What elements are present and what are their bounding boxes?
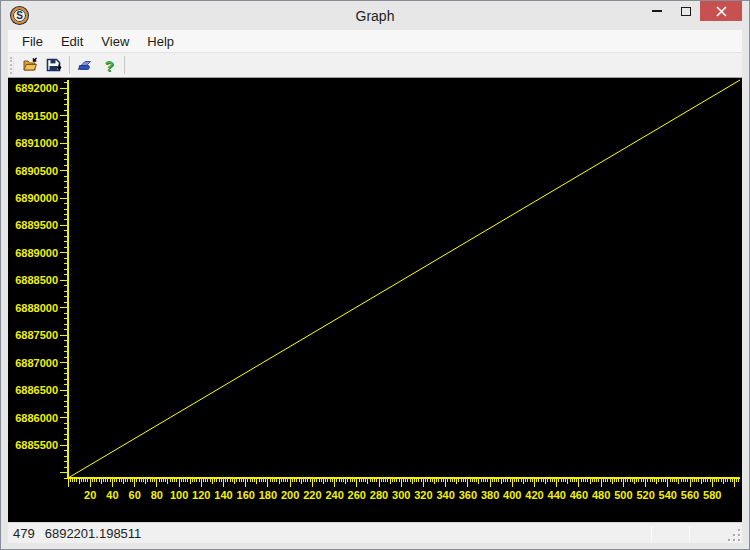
help-question-icon: ? [104, 57, 113, 74]
open-button[interactable] [18, 54, 42, 76]
svg-text:340: 340 [436, 489, 454, 501]
toolbar: ? [8, 53, 742, 78]
minimize-button[interactable] [642, 1, 671, 21]
svg-text:6891000: 6891000 [15, 137, 58, 149]
print-button[interactable] [73, 54, 97, 76]
svg-text:180: 180 [259, 489, 277, 501]
menu-edit[interactable]: Edit [52, 30, 92, 52]
svg-text:6887500: 6887500 [15, 329, 58, 341]
statusbar-divider [689, 526, 690, 541]
svg-text:380: 380 [481, 489, 499, 501]
svg-text:6888000: 6888000 [15, 302, 58, 314]
svg-text:80: 80 [151, 489, 163, 501]
cursor-x-value: 479 [13, 526, 35, 541]
svg-text:6891500: 6891500 [15, 110, 58, 122]
svg-text:260: 260 [348, 489, 366, 501]
title-bar[interactable]: S Graph [8, 1, 742, 30]
svg-text:6889500: 6889500 [15, 219, 58, 231]
resize-grip-icon[interactable] [727, 528, 740, 541]
open-folder-icon [22, 57, 38, 73]
menu-view[interactable]: View [92, 30, 138, 52]
svg-text:580: 580 [703, 489, 721, 501]
svg-text:300: 300 [392, 489, 410, 501]
close-icon [716, 6, 727, 17]
svg-text:540: 540 [659, 489, 677, 501]
chart-plot-area[interactable]: 2040608010012014016018020022024026028030… [8, 78, 742, 522]
svg-text:400: 400 [503, 489, 521, 501]
statusbar-divider [651, 526, 652, 541]
help-button[interactable]: ? [97, 54, 121, 76]
svg-text:140: 140 [214, 489, 232, 501]
status-bar: 4796892201.198511 [8, 522, 742, 543]
svg-text:440: 440 [548, 489, 566, 501]
svg-text:280: 280 [370, 489, 388, 501]
save-button[interactable] [42, 54, 66, 76]
svg-text:20: 20 [84, 489, 96, 501]
graph-window: S Graph File Edit View Help [0, 0, 750, 550]
printer-icon [77, 57, 93, 73]
toolbar-separator [124, 56, 125, 74]
window-controls [642, 1, 742, 21]
svg-text:6889000: 6889000 [15, 247, 58, 259]
svg-text:160: 160 [237, 489, 255, 501]
svg-text:60: 60 [129, 489, 141, 501]
svg-text:460: 460 [570, 489, 588, 501]
svg-text:320: 320 [414, 489, 432, 501]
save-floppy-icon [46, 57, 62, 73]
svg-text:6886000: 6886000 [15, 412, 58, 424]
svg-text:480: 480 [592, 489, 610, 501]
cursor-y-value: 6892201.198511 [45, 526, 142, 541]
svg-text:240: 240 [325, 489, 343, 501]
toolbar-separator [69, 56, 70, 74]
minimize-icon [652, 10, 662, 12]
svg-text:6892000: 6892000 [15, 82, 58, 94]
svg-text:6885500: 6885500 [15, 439, 58, 451]
svg-text:6887000: 6887000 [15, 357, 58, 369]
menu-file[interactable]: File [13, 30, 52, 52]
svg-text:520: 520 [636, 489, 654, 501]
svg-text:6890500: 6890500 [15, 165, 58, 177]
svg-text:40: 40 [106, 489, 118, 501]
svg-text:220: 220 [303, 489, 321, 501]
close-button[interactable] [700, 1, 742, 21]
svg-text:6890000: 6890000 [15, 192, 58, 204]
svg-text:500: 500 [614, 489, 632, 501]
cursor-position: 4796892201.198511 [13, 526, 151, 541]
window-title: Graph [8, 8, 742, 24]
svg-text:6886500: 6886500 [15, 384, 58, 396]
menu-bar: File Edit View Help [8, 30, 742, 53]
svg-text:100: 100 [170, 489, 188, 501]
toolbar-gripper[interactable] [10, 57, 14, 74]
svg-text:200: 200 [281, 489, 299, 501]
svg-text:120: 120 [192, 489, 210, 501]
chart-svg: 2040608010012014016018020022024026028030… [8, 78, 742, 522]
svg-text:6888500: 6888500 [15, 274, 58, 286]
svg-text:560: 560 [681, 489, 699, 501]
svg-text:420: 420 [525, 489, 543, 501]
menu-help[interactable]: Help [138, 30, 183, 52]
svg-text:360: 360 [459, 489, 477, 501]
maximize-button[interactable] [671, 1, 700, 21]
maximize-icon [681, 7, 691, 16]
